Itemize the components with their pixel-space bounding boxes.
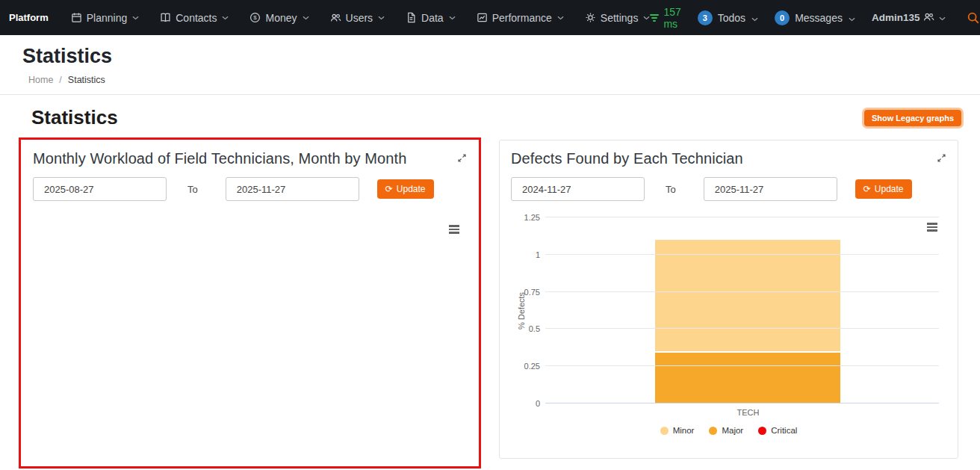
nav-item-data[interactable]: Data — [406, 12, 456, 24]
legend-label: Major — [722, 426, 743, 435]
plot-area — [545, 217, 939, 403]
legend-dot-icon — [660, 427, 669, 435]
gear-icon — [585, 12, 596, 23]
breadcrumb: Home / Statistics — [0, 75, 980, 95]
users-icon — [923, 11, 934, 25]
y-tick-label: 0.25 — [524, 362, 540, 371]
nav-label: Users — [346, 12, 373, 24]
nav-label: Data — [421, 12, 444, 24]
chevron-down-icon — [939, 12, 946, 23]
nav-item-users[interactable]: Users — [330, 12, 385, 24]
workload-date-controls: To ⟳ Update — [33, 177, 467, 201]
to-label: To — [187, 184, 198, 195]
nav-label: Contacts — [176, 12, 217, 24]
dollar-circle-icon: $ — [249, 12, 261, 23]
gridline — [545, 291, 939, 292]
messages-label: Messages — [795, 12, 843, 24]
nav-label: Planning — [87, 12, 128, 24]
bar-segment-minor[interactable] — [655, 238, 840, 351]
navbar-right: 157 ms 3 Todos 0 Messages Admin135 — [650, 6, 980, 30]
nav-label: Performance — [492, 12, 552, 24]
workload-date-to-input[interactable] — [226, 177, 359, 201]
book-icon — [160, 12, 171, 23]
workload-panel-title: Monthly Workload of Field Technicians, M… — [33, 150, 406, 167]
defects-chart-panel: Defects Found by Each Technician To ⟳ Up… — [499, 140, 958, 459]
nav-item-performance[interactable]: Performance — [477, 12, 564, 24]
user-menu[interactable]: Admin135 — [872, 11, 946, 25]
chevron-down-icon — [303, 16, 309, 20]
breadcrumb-separator: / — [59, 75, 61, 85]
gridline — [545, 328, 939, 329]
todos-badge: 3 — [698, 10, 713, 25]
legend-dot-icon — [758, 427, 766, 435]
chevron-down-icon — [557, 16, 564, 20]
workload-update-button[interactable]: ⟳ Update — [377, 179, 434, 199]
x-axis-labels: TECH — [545, 408, 939, 418]
nav-item-planning[interactable]: Planning — [71, 12, 140, 24]
todos-menu[interactable]: 3 Todos — [698, 10, 758, 25]
chevron-down-icon — [378, 16, 385, 20]
chart-line-icon — [477, 12, 488, 23]
messages-badge: 0 — [775, 10, 790, 25]
chevron-down-icon — [132, 16, 139, 20]
chevron-down-icon — [643, 16, 650, 20]
page-title: Statistics — [22, 45, 980, 68]
y-tick-label: 0.75 — [524, 288, 540, 297]
section-header: Statistics Show Legacy graphs — [31, 106, 961, 129]
y-tick-label: 0 — [536, 399, 540, 408]
refresh-icon: ⟳ — [385, 184, 393, 194]
bar-tech[interactable] — [655, 217, 840, 403]
y-axis: 00.250.50.7511.25 — [500, 217, 540, 403]
latency-indicator: 157 ms — [650, 6, 680, 30]
expand-icon[interactable] — [457, 153, 467, 163]
nav-item-money[interactable]: $ Money — [249, 12, 308, 24]
legend-item-major[interactable]: Major — [709, 426, 743, 435]
legend-label: Critical — [771, 426, 797, 435]
calendar-icon — [71, 12, 82, 23]
chart-legend: MinorMajorCritical — [500, 426, 958, 435]
gridline — [545, 254, 939, 255]
legend-label: Minor — [673, 426, 695, 435]
legend-item-critical[interactable]: Critical — [758, 426, 797, 435]
chart-menu-icon[interactable] — [447, 223, 461, 235]
nav-item-contacts[interactable]: Contacts — [160, 12, 229, 24]
signal-icon — [650, 14, 659, 22]
top-navbar: Platform Planning Contacts $ Money Users… — [0, 0, 980, 35]
y-tick-label: 0.5 — [529, 324, 540, 333]
y-tick-label: 1.25 — [524, 213, 540, 222]
nav-label: Settings — [601, 12, 639, 24]
workload-panel-header: Monthly Workload of Field Technicians, M… — [33, 150, 467, 167]
document-icon — [406, 12, 417, 23]
workload-date-from-input[interactable] — [33, 177, 167, 201]
show-legacy-graphs-button[interactable]: Show Legacy graphs — [864, 110, 961, 126]
breadcrumb-home-link[interactable]: Home — [28, 75, 53, 85]
nav-item-settings[interactable]: Settings — [585, 12, 651, 24]
workload-chart-panel: Monthly Workload of Field Technicians, M… — [19, 137, 481, 469]
chevron-down-icon — [751, 12, 758, 24]
x-tick-label: TECH — [736, 408, 759, 417]
username: Admin135 — [872, 12, 920, 23]
svg-text:$: $ — [254, 14, 258, 21]
gridline — [545, 403, 939, 403]
nav-label: Money — [265, 12, 297, 24]
messages-menu[interactable]: 0 Messages — [775, 10, 855, 25]
main-menu: Planning Contacts $ Money Users Data Per… — [71, 12, 651, 24]
section-title: Statistics — [31, 106, 118, 129]
y-tick-label: 1 — [536, 250, 540, 259]
latency-value: 157 ms — [663, 6, 680, 30]
bar-segment-major[interactable] — [655, 351, 840, 403]
search-icon[interactable] — [967, 11, 980, 25]
legend-dot-icon — [709, 427, 717, 435]
users-icon — [330, 12, 341, 23]
legend-item-minor[interactable]: Minor — [660, 426, 695, 435]
brand-logo[interactable]: Platform — [9, 12, 49, 23]
chevron-down-icon — [849, 12, 855, 24]
chevron-down-icon — [449, 16, 456, 20]
defects-stacked-bar-chart: % Defects 00.250.50.7511.25 TECH MinorMa… — [500, 140, 958, 458]
update-label: Update — [397, 184, 426, 194]
todos-label: Todos — [718, 12, 745, 24]
charts-row: Monthly Workload of Field Technicians, M… — [19, 137, 961, 469]
chevron-down-icon — [222, 16, 229, 20]
gridline — [545, 365, 939, 366]
breadcrumb-current: Statistics — [68, 75, 105, 85]
